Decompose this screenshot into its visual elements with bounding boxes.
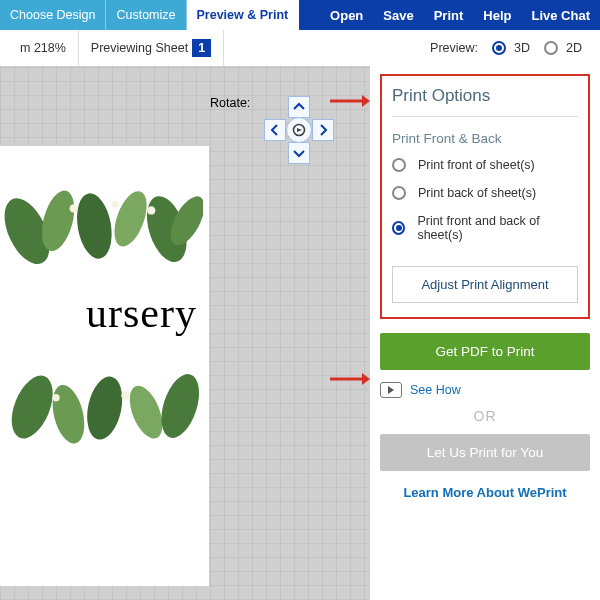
- option-print-back[interactable]: Print back of sheet(s): [392, 186, 578, 200]
- svg-point-19: [52, 394, 59, 401]
- svg-point-15: [47, 382, 90, 447]
- radio-2d[interactable]: [544, 41, 558, 55]
- canvas-area[interactable]: Rotate:: [0, 66, 370, 600]
- chevron-right-icon: [317, 124, 329, 136]
- zoom-level: m 218%: [8, 30, 79, 66]
- svg-point-14: [4, 370, 61, 445]
- let-us-print-button[interactable]: Let Us Print for You: [380, 434, 590, 471]
- get-pdf-button[interactable]: Get PDF to Print: [380, 333, 590, 370]
- menu-save[interactable]: Save: [373, 0, 423, 30]
- svg-point-11: [69, 204, 77, 212]
- option-print-both[interactable]: Print front and back of sheet(s): [392, 214, 578, 242]
- option-both-label: Print front and back of sheet(s): [417, 214, 578, 242]
- svg-point-12: [111, 201, 118, 208]
- svg-point-16: [82, 373, 128, 443]
- radio-front[interactable]: [392, 158, 406, 172]
- learn-more-link[interactable]: Learn More About WePrint: [380, 485, 590, 500]
- svg-point-18: [154, 369, 203, 442]
- label-3d: 3D: [514, 41, 530, 55]
- chevron-down-icon: [293, 147, 305, 159]
- foliage-top-icon: [0, 166, 203, 286]
- chevron-up-icon: [293, 101, 305, 113]
- tab-preview-print[interactable]: Preview & Print: [187, 0, 300, 30]
- menu-print[interactable]: Print: [424, 0, 474, 30]
- svg-point-13: [147, 206, 155, 214]
- print-options-panel: Print Options Print Front & Back Print f…: [380, 74, 590, 319]
- option-back-label: Print back of sheet(s): [418, 186, 536, 200]
- rotate-icon: [291, 122, 307, 138]
- previewing-label: Previewing Sheet: [91, 41, 188, 55]
- preview-mode-label: Preview:: [430, 41, 478, 55]
- radio-3d[interactable]: [492, 41, 506, 55]
- rotate-label: Rotate:: [210, 96, 250, 110]
- side-panel: Print Options Print Front & Back Print f…: [370, 66, 600, 600]
- rotate-up-button[interactable]: [288, 96, 310, 118]
- chevron-left-icon: [269, 124, 281, 136]
- option-front-label: Print front of sheet(s): [418, 158, 535, 172]
- menu-open[interactable]: Open: [320, 0, 373, 30]
- see-how-link[interactable]: See How: [380, 382, 590, 398]
- svg-point-7: [72, 191, 116, 262]
- see-how-label: See How: [410, 383, 461, 397]
- rotate-pad: [264, 96, 334, 166]
- menu-help[interactable]: Help: [473, 0, 521, 30]
- rotate-left-button[interactable]: [264, 119, 286, 141]
- tab-choose-design[interactable]: Choose Design: [0, 0, 106, 30]
- tab-customize[interactable]: Customize: [106, 0, 186, 30]
- sheet-number[interactable]: 1: [192, 39, 211, 57]
- svg-point-20: [121, 391, 129, 399]
- top-nav: Choose Design Customize Preview & Print …: [0, 0, 600, 30]
- annotation-arrow-bottom: [330, 372, 370, 386]
- play-icon: [380, 382, 402, 398]
- label-2d: 2D: [566, 41, 582, 55]
- rotate-down-button[interactable]: [288, 142, 310, 164]
- annotation-arrow-top: [330, 94, 370, 108]
- previewing-sheet: Previewing Sheet 1: [79, 30, 224, 66]
- card-title: ursery: [0, 289, 203, 337]
- adjust-alignment-button[interactable]: Adjust Print Alignment: [392, 266, 578, 303]
- svg-marker-2: [362, 95, 370, 107]
- preview-sheet: ursery: [0, 146, 210, 586]
- rotate-right-button[interactable]: [312, 119, 334, 141]
- or-divider: OR: [380, 408, 590, 424]
- radio-both[interactable]: [392, 221, 405, 235]
- svg-marker-4: [362, 373, 370, 385]
- radio-back[interactable]: [392, 186, 406, 200]
- menu-live-chat[interactable]: Live Chat: [521, 0, 600, 30]
- rotate-reset-button[interactable]: [286, 117, 312, 143]
- svg-point-8: [108, 187, 153, 251]
- panel-subhead: Print Front & Back: [392, 131, 578, 146]
- panel-title: Print Options: [392, 86, 578, 117]
- option-print-front[interactable]: Print front of sheet(s): [392, 158, 578, 172]
- sub-toolbar: m 218% Previewing Sheet 1 Preview: 3D 2D: [0, 30, 600, 66]
- foliage-bottom-icon: [0, 347, 203, 467]
